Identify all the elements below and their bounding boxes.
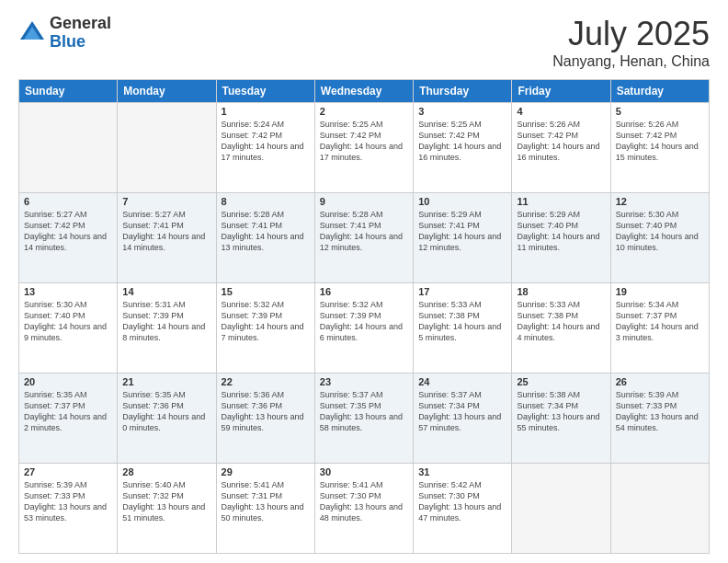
day-info: Sunrise: 5:33 AM Sunset: 7:38 PM Dayligh…	[418, 299, 506, 344]
logo-icon	[18, 19, 46, 47]
logo-general: General	[50, 15, 111, 33]
table-cell: 18Sunrise: 5:33 AM Sunset: 7:38 PM Dayli…	[512, 283, 610, 373]
day-info: Sunrise: 5:26 AM Sunset: 7:42 PM Dayligh…	[517, 119, 605, 164]
day-number: 22	[222, 376, 310, 387]
day-number: 27	[24, 466, 112, 477]
table-cell: 16Sunrise: 5:32 AM Sunset: 7:39 PM Dayli…	[314, 283, 413, 373]
day-number: 20	[24, 376, 112, 387]
col-saturday: Saturday	[610, 80, 709, 103]
day-info: Sunrise: 5:39 AM Sunset: 7:33 PM Dayligh…	[616, 389, 704, 434]
table-cell: 11Sunrise: 5:29 AM Sunset: 7:40 PM Dayli…	[512, 193, 610, 283]
table-cell: 13Sunrise: 5:30 AM Sunset: 7:40 PM Dayli…	[19, 283, 118, 373]
day-number: 19	[616, 286, 704, 297]
week-row-1: 1Sunrise: 5:24 AM Sunset: 7:42 PM Daylig…	[19, 103, 710, 193]
day-number: 5	[616, 106, 704, 117]
day-number: 23	[320, 376, 408, 387]
day-number: 3	[418, 106, 506, 117]
day-info: Sunrise: 5:24 AM Sunset: 7:42 PM Dayligh…	[222, 119, 310, 164]
table-cell: 24Sunrise: 5:37 AM Sunset: 7:34 PM Dayli…	[414, 373, 512, 464]
day-info: Sunrise: 5:35 AM Sunset: 7:36 PM Dayligh…	[122, 389, 210, 434]
day-number: 7	[122, 196, 210, 207]
day-number: 2	[320, 106, 408, 117]
day-number: 31	[418, 466, 506, 477]
col-monday: Monday	[118, 80, 216, 103]
month-title: July 2025	[552, 15, 710, 53]
day-info: Sunrise: 5:35 AM Sunset: 7:37 PM Dayligh…	[24, 389, 112, 434]
day-number: 26	[616, 376, 704, 387]
day-number: 6	[24, 196, 112, 207]
table-cell: 2Sunrise: 5:25 AM Sunset: 7:42 PM Daylig…	[314, 103, 413, 193]
table-cell: 9Sunrise: 5:28 AM Sunset: 7:41 PM Daylig…	[314, 193, 413, 283]
day-number: 25	[517, 376, 605, 387]
table-cell: 5Sunrise: 5:26 AM Sunset: 7:42 PM Daylig…	[610, 103, 709, 193]
day-info: Sunrise: 5:31 AM Sunset: 7:39 PM Dayligh…	[122, 299, 210, 344]
calendar-body: 1Sunrise: 5:24 AM Sunset: 7:42 PM Daylig…	[19, 103, 710, 554]
day-info: Sunrise: 5:37 AM Sunset: 7:34 PM Dayligh…	[418, 389, 506, 434]
week-row-5: 27Sunrise: 5:39 AM Sunset: 7:33 PM Dayli…	[19, 464, 710, 554]
day-info: Sunrise: 5:25 AM Sunset: 7:42 PM Dayligh…	[320, 119, 408, 164]
day-info: Sunrise: 5:30 AM Sunset: 7:40 PM Dayligh…	[24, 299, 112, 344]
table-cell: 3Sunrise: 5:25 AM Sunset: 7:42 PM Daylig…	[414, 103, 512, 193]
table-cell	[118, 103, 216, 193]
day-number: 24	[418, 376, 506, 387]
week-row-4: 20Sunrise: 5:35 AM Sunset: 7:37 PM Dayli…	[19, 373, 710, 464]
day-info: Sunrise: 5:42 AM Sunset: 7:30 PM Dayligh…	[418, 479, 506, 524]
day-info: Sunrise: 5:26 AM Sunset: 7:42 PM Dayligh…	[616, 119, 704, 164]
day-info: Sunrise: 5:32 AM Sunset: 7:39 PM Dayligh…	[320, 299, 408, 344]
table-cell	[512, 464, 610, 554]
day-number: 14	[122, 286, 210, 297]
calendar-header: Sunday Monday Tuesday Wednesday Thursday…	[19, 80, 710, 103]
day-info: Sunrise: 5:38 AM Sunset: 7:34 PM Dayligh…	[517, 389, 605, 434]
col-tuesday: Tuesday	[216, 80, 314, 103]
table-cell: 28Sunrise: 5:40 AM Sunset: 7:32 PM Dayli…	[118, 464, 216, 554]
table-cell: 30Sunrise: 5:41 AM Sunset: 7:30 PM Dayli…	[314, 464, 413, 554]
table-cell: 4Sunrise: 5:26 AM Sunset: 7:42 PM Daylig…	[512, 103, 610, 193]
table-cell: 26Sunrise: 5:39 AM Sunset: 7:33 PM Dayli…	[610, 373, 709, 464]
day-info: Sunrise: 5:29 AM Sunset: 7:40 PM Dayligh…	[517, 209, 605, 254]
day-number: 8	[222, 196, 310, 207]
day-number: 11	[517, 196, 605, 207]
header: General Blue July 2025 Nanyang, Henan, C…	[18, 15, 710, 70]
table-cell: 12Sunrise: 5:30 AM Sunset: 7:40 PM Dayli…	[610, 193, 709, 283]
day-info: Sunrise: 5:34 AM Sunset: 7:37 PM Dayligh…	[616, 299, 704, 344]
day-number: 30	[320, 466, 408, 477]
table-cell: 6Sunrise: 5:27 AM Sunset: 7:42 PM Daylig…	[19, 193, 118, 283]
table-cell: 22Sunrise: 5:36 AM Sunset: 7:36 PM Dayli…	[216, 373, 314, 464]
logo: General Blue	[18, 15, 111, 52]
day-number: 15	[222, 286, 310, 297]
table-cell: 25Sunrise: 5:38 AM Sunset: 7:34 PM Dayli…	[512, 373, 610, 464]
day-info: Sunrise: 5:28 AM Sunset: 7:41 PM Dayligh…	[320, 209, 408, 254]
table-cell: 15Sunrise: 5:32 AM Sunset: 7:39 PM Dayli…	[216, 283, 314, 373]
table-cell: 31Sunrise: 5:42 AM Sunset: 7:30 PM Dayli…	[414, 464, 512, 554]
day-number: 18	[517, 286, 605, 297]
day-info: Sunrise: 5:39 AM Sunset: 7:33 PM Dayligh…	[24, 479, 112, 524]
title-block: July 2025 Nanyang, Henan, China	[552, 15, 710, 70]
table-cell: 21Sunrise: 5:35 AM Sunset: 7:36 PM Dayli…	[118, 373, 216, 464]
table-cell	[610, 464, 709, 554]
day-info: Sunrise: 5:30 AM Sunset: 7:40 PM Dayligh…	[616, 209, 704, 254]
day-number: 17	[418, 286, 506, 297]
day-info: Sunrise: 5:29 AM Sunset: 7:41 PM Dayligh…	[418, 209, 506, 254]
table-cell: 10Sunrise: 5:29 AM Sunset: 7:41 PM Dayli…	[414, 193, 512, 283]
table-cell: 7Sunrise: 5:27 AM Sunset: 7:41 PM Daylig…	[118, 193, 216, 283]
day-info: Sunrise: 5:33 AM Sunset: 7:38 PM Dayligh…	[517, 299, 605, 344]
calendar-table: Sunday Monday Tuesday Wednesday Thursday…	[18, 79, 710, 554]
day-info: Sunrise: 5:27 AM Sunset: 7:42 PM Dayligh…	[24, 209, 112, 254]
day-info: Sunrise: 5:32 AM Sunset: 7:39 PM Dayligh…	[222, 299, 310, 344]
logo-blue: Blue	[50, 33, 111, 52]
day-info: Sunrise: 5:41 AM Sunset: 7:31 PM Dayligh…	[222, 479, 310, 524]
table-cell: 27Sunrise: 5:39 AM Sunset: 7:33 PM Dayli…	[19, 464, 118, 554]
day-info: Sunrise: 5:25 AM Sunset: 7:42 PM Dayligh…	[418, 119, 506, 164]
table-cell: 14Sunrise: 5:31 AM Sunset: 7:39 PM Dayli…	[118, 283, 216, 373]
table-cell: 23Sunrise: 5:37 AM Sunset: 7:35 PM Dayli…	[314, 373, 413, 464]
day-number: 16	[320, 286, 408, 297]
day-info: Sunrise: 5:36 AM Sunset: 7:36 PM Dayligh…	[222, 389, 310, 434]
week-row-2: 6Sunrise: 5:27 AM Sunset: 7:42 PM Daylig…	[19, 193, 710, 283]
week-row-3: 13Sunrise: 5:30 AM Sunset: 7:40 PM Dayli…	[19, 283, 710, 373]
day-number: 21	[122, 376, 210, 387]
col-wednesday: Wednesday	[314, 80, 413, 103]
table-cell	[19, 103, 118, 193]
header-row: Sunday Monday Tuesday Wednesday Thursday…	[19, 80, 710, 103]
day-number: 10	[418, 196, 506, 207]
table-cell: 1Sunrise: 5:24 AM Sunset: 7:42 PM Daylig…	[216, 103, 314, 193]
